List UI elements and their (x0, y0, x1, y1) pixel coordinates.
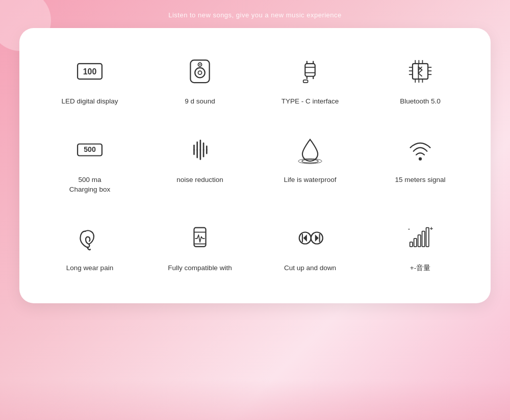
feature-volume: - + +-音量 (365, 215, 475, 278)
svg-text:100: 100 (83, 67, 97, 76)
charging-label: 500 maCharging box (69, 175, 110, 195)
skip-icon (292, 220, 328, 256)
ear-icon (72, 220, 108, 256)
led-icon: 100 (72, 54, 108, 89)
sound-label: 9 d sound (185, 96, 215, 107)
phone-icon (182, 220, 218, 256)
feature-sound: 9 d sound (145, 48, 255, 112)
feature-led-display: 100 LED digital display (35, 48, 145, 112)
noise-icon (182, 132, 218, 168)
feature-signal: 15 meters signal (365, 127, 475, 200)
bottom-decoration (0, 379, 510, 420)
battery-icon: 500 (72, 132, 108, 168)
feature-compatible: Fully compatible with (145, 215, 255, 278)
bluetooth-icon (402, 54, 438, 89)
svg-point-4 (198, 71, 201, 74)
feature-typec: TYPE - C interface (255, 48, 365, 112)
feature-waterproof: Life is waterproof (255, 127, 365, 200)
cutdown-label: Cut up and down (284, 263, 336, 273)
feature-noise: noise reduction (145, 127, 255, 200)
svg-text:+: + (430, 225, 434, 231)
svg-point-6 (199, 64, 201, 65)
led-label: LED digital display (61, 96, 118, 107)
feature-cutdown: Cut up and down (255, 215, 365, 278)
signal-icon (402, 132, 438, 168)
typec-icon (292, 54, 328, 89)
typec-label: TYPE - C interface (282, 96, 339, 107)
svg-rect-53 (410, 242, 413, 247)
svg-rect-7 (305, 64, 315, 76)
feature-charging: 500 500 maCharging box (35, 127, 145, 200)
signal-label: 15 meters signal (395, 175, 445, 185)
main-card: 100 LED digital display 9 d sound (19, 28, 491, 303)
svg-rect-54 (414, 239, 417, 247)
svg-point-3 (195, 68, 205, 77)
waterproof-label: Life is waterproof (284, 175, 337, 185)
speaker-icon (182, 54, 218, 89)
features-grid: 100 LED digital display 9 d sound (35, 48, 475, 278)
volume-icon: - + (402, 220, 438, 256)
svg-marker-51 (315, 234, 319, 242)
noise-label: noise reduction (176, 175, 223, 185)
compatible-label: Fully compatible with (168, 263, 232, 273)
water-icon (292, 132, 328, 168)
feature-bluetooth: Bluetooth 5.0 (365, 48, 475, 112)
svg-rect-56 (422, 231, 425, 246)
svg-text:500: 500 (84, 145, 96, 153)
svg-marker-48 (303, 234, 307, 242)
svg-rect-14 (303, 80, 308, 83)
svg-text:-: - (408, 225, 410, 231)
svg-rect-55 (418, 234, 421, 246)
bluetooth-label: Bluetooth 5.0 (400, 96, 441, 107)
wear-label: Long wear pain (66, 263, 113, 273)
svg-rect-57 (426, 227, 429, 246)
svg-point-43 (419, 157, 422, 160)
volume-label: +-音量 (410, 263, 430, 273)
feature-wear: Long wear pain (35, 215, 145, 278)
page-subtitle: Listen to new songs, give you a new musi… (0, 0, 510, 28)
